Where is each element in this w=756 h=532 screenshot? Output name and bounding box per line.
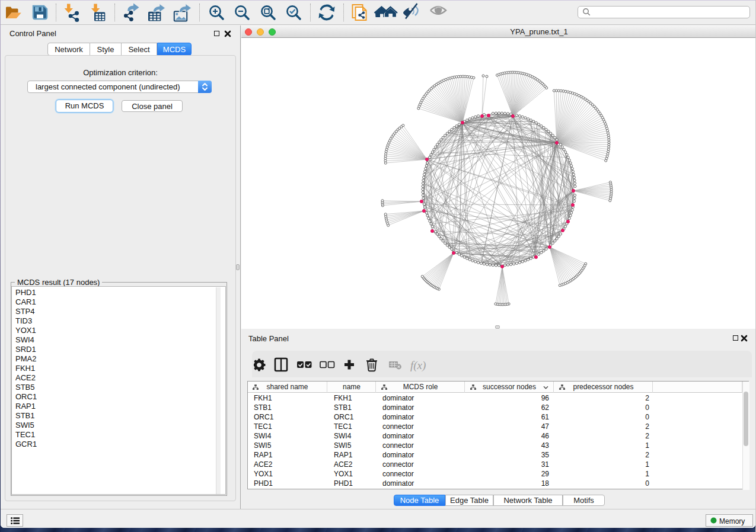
svg-text:f(x): f(x) (410, 359, 426, 372)
